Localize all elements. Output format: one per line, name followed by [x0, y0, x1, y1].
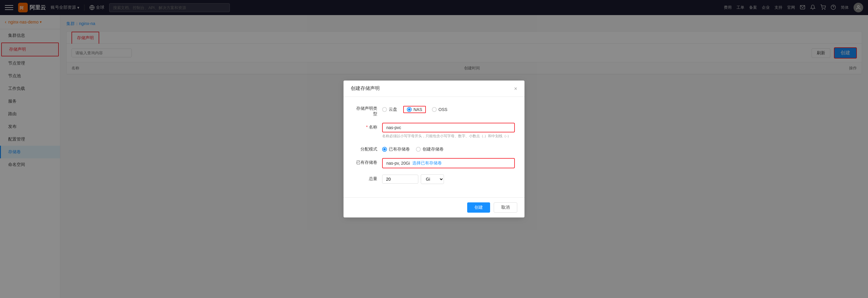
alloc-mode-label: 分配模式 [353, 145, 377, 152]
radio-circle-create-pv [416, 147, 421, 152]
modal-create-button[interactable]: 创建 [467, 202, 490, 213]
quantity-row: Mi Gi Ti [382, 174, 515, 184]
modal-cancel-button[interactable]: 取消 [494, 202, 517, 213]
name-field: 名称必须以小写字母开头，只能包含小写字母、数字、小数点（.）和中划线（-） [382, 123, 515, 139]
alloc-mode-row: 分配模式 已有存储卷 创建存储卷 [353, 145, 515, 152]
storage-type-label: 存储声明类型 [353, 104, 377, 117]
radio-circle-nas [407, 107, 412, 112]
radio-label-oss: OSS [438, 107, 447, 112]
pvc-selector: nas-pv, 20Gi 选择已有存储卷 [382, 158, 515, 168]
capacity-label: 总量 [353, 174, 377, 182]
radio-circle-cloud-disk [382, 107, 387, 112]
modal-body: 存储声明类型 云盘 NAS [343, 97, 525, 197]
storage-type-row: 存储声明类型 云盘 NAS [353, 104, 515, 117]
radio-circle-oss [432, 107, 437, 112]
storage-type-field: 云盘 NAS OSS [382, 104, 515, 113]
radio-label-cloud-disk: 云盘 [389, 107, 397, 112]
capacity-field: Mi Gi Ti [382, 174, 515, 184]
radio-create-pv[interactable]: 创建存储卷 [416, 147, 444, 152]
capacity-input[interactable] [382, 175, 418, 184]
modal-header: 创建存储声明 × [343, 81, 525, 97]
pvc-value: nas-pv, 20Gi [386, 161, 410, 166]
radio-nas[interactable]: NAS [403, 106, 426, 113]
radio-existing-pv[interactable]: 已有存储卷 [382, 147, 410, 152]
name-label: 名称 [353, 123, 377, 130]
name-hint: 名称必须以小写字母开头，只能包含小写字母、数字、小数点（.）和中划线（-） [382, 133, 515, 139]
name-row: 名称 名称必须以小写字母开头，只能包含小写字母、数字、小数点（.）和中划线（-） [353, 123, 515, 139]
modal-title: 创建存储声明 [351, 85, 380, 92]
select-existing-pv-link[interactable]: 选择已有存储卷 [412, 160, 442, 166]
radio-label-existing-pv: 已有存储卷 [389, 147, 410, 152]
capacity-unit-select[interactable]: Mi Gi Ti [421, 174, 444, 184]
alloc-mode-field: 已有存储卷 创建存储卷 [382, 145, 515, 152]
alloc-mode-radio-group: 已有存储卷 创建存储卷 [382, 145, 515, 152]
radio-oss[interactable]: OSS [432, 107, 447, 112]
radio-label-nas: NAS [413, 107, 422, 112]
radio-label-create-pv: 创建存储卷 [423, 147, 444, 152]
modal-overlay: 创建存储声明 × 存储声明类型 云盘 [0, 0, 868, 298]
capacity-row: 总量 Mi Gi Ti [353, 174, 515, 184]
existing-pv-row: 已有存储卷 nas-pv, 20Gi 选择已有存储卷 [353, 158, 515, 168]
radio-cloud-disk[interactable]: 云盘 [382, 107, 397, 112]
existing-pv-field: nas-pv, 20Gi 选择已有存储卷 [382, 158, 515, 168]
name-input[interactable] [382, 123, 515, 132]
storage-type-radio-group: 云盘 NAS OSS [382, 104, 515, 113]
modal-close-button[interactable]: × [514, 86, 517, 91]
radio-circle-existing-pv [382, 147, 387, 152]
modal-footer: 创建 取消 [343, 197, 525, 217]
existing-pv-label: 已有存储卷 [353, 158, 377, 165]
create-storage-claim-modal: 创建存储声明 × 存储声明类型 云盘 [343, 81, 525, 217]
